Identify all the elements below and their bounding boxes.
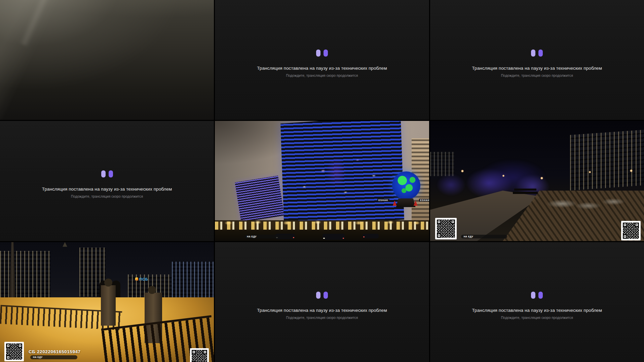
stream-tile-r1c2-paused[interactable]: Трансляция поставлена на паузу из-за тех… <box>215 0 429 120</box>
psb-logo-icon <box>135 277 138 281</box>
na-edu-badge: НА ЕДУ <box>244 235 292 238</box>
paused-subtitle: Подождите, трансляция скоро продолжится <box>286 316 358 320</box>
light-streak <box>19 0 52 47</box>
na-edu-badge-label: НА ЕДУ <box>247 235 257 238</box>
paused-title: Трансляция поставлена на паузу из-за тех… <box>42 187 172 192</box>
paused-title: Трансляция поставлена на паузу из-за тех… <box>257 308 387 313</box>
globe-sign <box>392 171 420 200</box>
paused-subtitle: Подождите, трансляция скоро продолжится <box>501 73 573 77</box>
stream-tile-r3c1[interactable]: ПСБ СБ 2202206165015947 НА ЕДУ <box>0 242 214 362</box>
stream-tile-r1c3-paused[interactable]: Трансляция поставлена на паузу из-за тех… <box>430 0 644 120</box>
paused-title: Трансляция поставлена на паузу из-за тех… <box>472 308 602 313</box>
park-bench <box>513 192 538 194</box>
stream-tile-r2c2[interactable]: ESHAK ESHAK НА ЕДУ <box>215 121 429 241</box>
qr-code <box>621 221 641 240</box>
na-edu-badge-label: НА ЕДУ <box>33 356 43 358</box>
qr-code <box>435 218 457 239</box>
paused-title: Трансляция поставлена на паузу из-за тех… <box>257 66 387 71</box>
building-blue-led-facade <box>280 121 404 228</box>
stream-id-label: СБ 2202206165015947 <box>29 349 81 354</box>
pause-icon <box>531 292 543 299</box>
paused-title: Трансляция поставлена на паузу из-за тех… <box>472 66 602 71</box>
stream-tile-r2c1-paused[interactable]: Трансляция поставлена на паузу из-за тех… <box>0 121 214 241</box>
car <box>363 234 379 238</box>
pause-icon <box>531 50 543 57</box>
na-edu-badge-label: НА ЕДУ <box>464 235 473 238</box>
stream-tile-r3c2-paused[interactable]: Трансляция поставлена на паузу из-за тех… <box>215 242 429 362</box>
na-edu-badge: НА ЕДУ <box>461 235 507 238</box>
street-lamp-glow <box>215 219 429 228</box>
apartment-building-blue <box>172 262 214 301</box>
paused-subtitle: Подождите, трансляция скоро продолжится <box>501 316 573 320</box>
snow-patches <box>430 121 644 241</box>
storefront-sign: ESHAK <box>419 199 429 202</box>
qr-code <box>4 342 24 361</box>
stream-tile-r2c3[interactable]: НА ЕДУ <box>430 121 644 241</box>
psb-sign: ПСБ <box>135 277 148 281</box>
pause-icon <box>316 292 328 299</box>
paused-subtitle: Подождите, трансляция скоро продолжится <box>286 73 358 77</box>
stream-tile-r3c3-paused[interactable]: Трансляция поставлена на паузу из-за тех… <box>430 242 644 362</box>
paused-subtitle: Подождите, трансляция скоро продолжится <box>71 194 143 198</box>
multiview-grid: Трансляция поставлена на паузу из-за тех… <box>0 0 644 362</box>
qr-code <box>190 348 209 362</box>
storefront-sign: ESHAK <box>377 199 389 202</box>
na-edu-badge: НА ЕДУ <box>30 355 77 359</box>
building-purple-stripes <box>235 176 285 223</box>
psb-sign-label: ПСБ <box>139 277 148 281</box>
stream-tile-r1c1[interactable] <box>0 0 214 120</box>
bridge-pillar <box>101 285 116 326</box>
globe-sign-base <box>396 198 416 207</box>
car <box>323 234 345 240</box>
pause-icon <box>316 50 328 57</box>
highrise-tower <box>54 246 75 297</box>
pause-icon <box>101 170 113 177</box>
